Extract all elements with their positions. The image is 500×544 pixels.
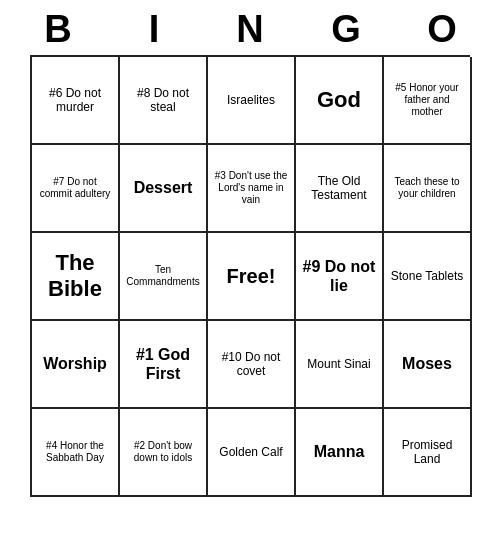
bingo-cell: #8 Do not steal xyxy=(120,57,208,145)
bingo-cell: Moses xyxy=(384,321,472,409)
header-letter: N xyxy=(206,8,294,51)
bingo-header: BINGO xyxy=(10,8,490,51)
bingo-cell: God xyxy=(296,57,384,145)
header-letter: I xyxy=(110,8,198,51)
bingo-cell: Stone Tablets xyxy=(384,233,472,321)
bingo-cell: Golden Calf xyxy=(208,409,296,497)
bingo-cell: Teach these to your children xyxy=(384,145,472,233)
bingo-cell: Israelites xyxy=(208,57,296,145)
bingo-cell: Promised Land xyxy=(384,409,472,497)
bingo-cell: #5 Honor your father and mother xyxy=(384,57,472,145)
header-letter: O xyxy=(398,8,486,51)
bingo-cell: #6 Do not murder xyxy=(32,57,120,145)
bingo-cell: #4 Honor the Sabbath Day xyxy=(32,409,120,497)
bingo-cell: The Bible xyxy=(32,233,120,321)
bingo-grid: #6 Do not murder#8 Do not stealIsraelite… xyxy=(30,55,470,497)
bingo-cell: #10 Do not covet xyxy=(208,321,296,409)
bingo-cell: Ten Commandments xyxy=(120,233,208,321)
bingo-cell: Free! xyxy=(208,233,296,321)
bingo-cell: #9 Do not lie xyxy=(296,233,384,321)
header-letter: B xyxy=(14,8,102,51)
bingo-cell: #1 God First xyxy=(120,321,208,409)
bingo-cell: #3 Don't use the Lord's name in vain xyxy=(208,145,296,233)
bingo-cell: The Old Testament xyxy=(296,145,384,233)
header-letter: G xyxy=(302,8,390,51)
bingo-cell: Mount Sinai xyxy=(296,321,384,409)
bingo-cell: Worship xyxy=(32,321,120,409)
bingo-cell: #2 Don't bow down to idols xyxy=(120,409,208,497)
bingo-cell: Manna xyxy=(296,409,384,497)
bingo-cell: Dessert xyxy=(120,145,208,233)
bingo-cell: #7 Do not commit adultery xyxy=(32,145,120,233)
